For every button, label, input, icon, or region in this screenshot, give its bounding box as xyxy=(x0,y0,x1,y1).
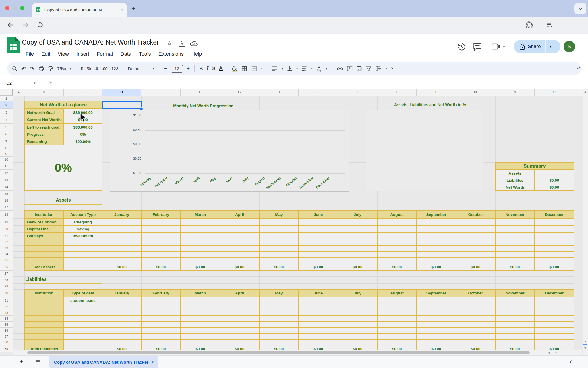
show-side-panel-icon[interactable]: ‹ xyxy=(570,357,572,365)
create-filter-icon[interactable] xyxy=(366,66,372,72)
liabilities-cell-0-may[interactable] xyxy=(259,297,299,304)
zoom-select[interactable]: 75% xyxy=(57,66,66,71)
liabilities-cell-0-september[interactable] xyxy=(416,297,456,304)
assets-total-april[interactable]: $0.00 xyxy=(220,263,260,271)
assets-cell-6-december[interactable] xyxy=(534,257,574,263)
merge-caret-icon[interactable]: ▾ xyxy=(261,67,263,70)
account-avatar[interactable]: S xyxy=(564,41,575,52)
liabilities-cell-3-february[interactable] xyxy=(141,315,181,322)
summary-label-2[interactable]: Net Worth xyxy=(495,184,535,191)
font-select[interactable]: Defaul... xyxy=(128,66,149,71)
liabilities-cell-5-march[interactable] xyxy=(180,327,220,334)
strikethrough-button[interactable]: S xyxy=(212,66,215,71)
vertical-scroll-thumb[interactable] xyxy=(583,344,587,345)
assets-cell-5-august[interactable] xyxy=(377,251,417,258)
assets-cell-3-august[interactable] xyxy=(377,239,417,246)
menu-tools[interactable]: Tools xyxy=(135,50,155,58)
assets-cell-0-october[interactable] xyxy=(456,218,496,226)
assets-cell-5-july[interactable] xyxy=(338,251,378,258)
assets-header-col2[interactable]: Account Type xyxy=(63,210,102,219)
assets-cell-3-october[interactable] xyxy=(456,239,496,246)
liabilities-cell-7-october[interactable] xyxy=(456,339,496,345)
liabilities-type-7[interactable] xyxy=(63,339,102,345)
assets-cell-4-september[interactable] xyxy=(416,245,456,252)
assets-header-may[interactable]: May xyxy=(259,210,299,219)
liabilities-cell-2-july[interactable] xyxy=(338,310,378,316)
liabilities-cell-2-march[interactable] xyxy=(180,310,220,316)
more-formats-button[interactable]: 123 xyxy=(111,66,118,71)
assets-cell-6-november[interactable] xyxy=(495,257,535,263)
assets-total-blank[interactable] xyxy=(63,263,102,271)
liabilities-cell-7-april[interactable] xyxy=(220,339,260,345)
sheets-logo-icon[interactable] xyxy=(7,37,20,53)
row-header-1[interactable]: 1 xyxy=(0,96,13,101)
insert-link-icon[interactable] xyxy=(337,66,343,72)
window-close-button[interactable] xyxy=(5,6,9,10)
liabilities-cell-0-december[interactable] xyxy=(534,297,574,304)
assets-cell-5-october[interactable] xyxy=(456,251,496,258)
vertical-align-icon[interactable] xyxy=(287,66,293,72)
liabilities-header-december[interactable]: December xyxy=(534,289,574,297)
liabilities-cell-6-january[interactable] xyxy=(102,333,142,340)
column-header-B[interactable]: B xyxy=(24,89,64,96)
version-history-icon[interactable] xyxy=(457,43,466,51)
text-wrap-caret-icon[interactable]: ▾ xyxy=(311,67,313,70)
liabilities-header-september[interactable]: September xyxy=(416,289,456,297)
assets-cell-5-january[interactable] xyxy=(102,251,142,258)
assets-cell-5-november[interactable] xyxy=(495,251,535,258)
liabilities-cell-4-april[interactable] xyxy=(220,321,260,328)
liabilities-cell-4-january[interactable] xyxy=(102,321,142,328)
hide-menus-icon[interactable] xyxy=(577,66,582,69)
vertical-align-caret-icon[interactable]: ▾ xyxy=(296,67,298,70)
extensions-icon[interactable] xyxy=(526,21,533,29)
assets-cell-6-september[interactable] xyxy=(416,257,456,263)
increase-font-size-button[interactable]: + xyxy=(187,66,190,72)
row-header-33[interactable]: 33 xyxy=(0,310,13,316)
assets-header-september[interactable]: September xyxy=(416,210,456,219)
assets-total-december[interactable]: $0.00 xyxy=(534,263,574,271)
liabilities-cell-5-november[interactable] xyxy=(495,327,535,334)
liabilities-cell-5-february[interactable] xyxy=(141,327,181,334)
assets-cell-5-april[interactable] xyxy=(220,251,260,258)
assets-cell-1-september[interactable] xyxy=(416,225,456,233)
pivot-caret-icon[interactable]: ▾ xyxy=(385,67,387,70)
pivot-table-icon[interactable] xyxy=(375,66,382,72)
cloud-saved-icon[interactable] xyxy=(190,41,198,47)
selected-cell-outline[interactable] xyxy=(102,101,142,109)
assets-cell-2-august[interactable] xyxy=(377,232,417,239)
italic-button[interactable]: I xyxy=(206,66,208,72)
assets-cell-1-august[interactable] xyxy=(377,225,417,233)
liabilities-header-march[interactable]: March xyxy=(180,289,220,297)
liabilities-cell-4-june[interactable] xyxy=(298,321,338,328)
assets-cell-0-may[interactable] xyxy=(259,218,299,226)
summary-label-1[interactable]: Liabilites xyxy=(495,177,535,184)
column-header-I[interactable]: I xyxy=(299,89,338,96)
assets-cell-3-september[interactable] xyxy=(416,239,456,246)
column-header-N[interactable]: N xyxy=(495,89,535,96)
liabilities-cell-3-august[interactable] xyxy=(377,315,417,322)
horizontal-scroll-thumb[interactable] xyxy=(27,351,530,354)
row-header-34[interactable]: 34 xyxy=(0,316,13,322)
liabilities-cell-6-september[interactable] xyxy=(416,333,456,340)
liabilities-cell-1-february[interactable] xyxy=(141,304,181,310)
assets-cell-6-august[interactable] xyxy=(377,257,417,263)
row-header-35[interactable]: 35 xyxy=(0,322,13,328)
scroll-up-icon[interactable]: ▲ xyxy=(584,340,586,343)
font-caret-icon[interactable]: ▾ xyxy=(153,67,154,70)
liabilities-cell-2-december[interactable] xyxy=(534,310,574,316)
row-header-24[interactable]: 24 xyxy=(0,251,13,257)
assets-header-august[interactable]: August xyxy=(377,210,417,219)
paint-format-icon[interactable] xyxy=(48,66,54,72)
liabilities-cell-3-november[interactable] xyxy=(495,315,535,322)
menu-insert[interactable]: Insert xyxy=(73,50,93,58)
row-header-8[interactable]: 8 xyxy=(0,145,13,151)
text-rotation-icon[interactable] xyxy=(316,66,322,72)
glance-title[interactable]: Net Worth at a glance xyxy=(24,101,102,109)
assets-institution-6[interactable] xyxy=(24,257,64,263)
liabilities-type-6[interactable] xyxy=(63,333,102,340)
row-header-20[interactable]: 20 xyxy=(0,225,13,232)
liabilities-cell-1-april[interactable] xyxy=(220,304,260,310)
assets-total-september[interactable]: $0.00 xyxy=(416,263,456,271)
assets-cell-1-december[interactable] xyxy=(534,225,574,233)
column-header-F[interactable]: F xyxy=(181,89,220,96)
